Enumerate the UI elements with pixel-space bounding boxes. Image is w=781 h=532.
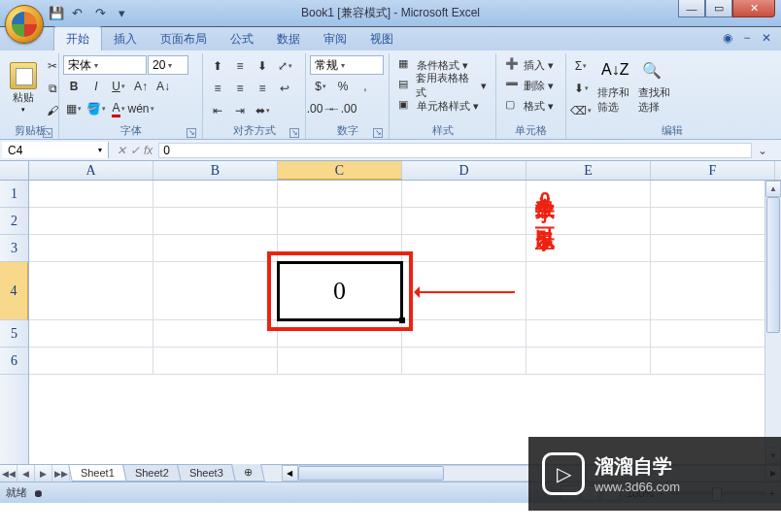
border-button[interactable]: ▦▾ [63,98,85,119]
format-cells[interactable]: ▢格式 ▾ [500,96,561,116]
vscroll-thumb[interactable] [766,197,780,333]
colhdr-A[interactable]: A [29,161,153,180]
fill-color[interactable]: 🪣▾ [85,98,107,119]
fx-button[interactable]: fx [144,144,153,157]
delete-cells[interactable]: ➖删除 ▾ [500,76,561,95]
workbook-close[interactable]: ✕ [760,31,773,45]
colhdr-B[interactable]: B [153,161,278,180]
colhdr-E[interactable]: E [526,161,651,180]
cell-F5[interactable] [651,320,775,348]
sheet-nav-first[interactable]: ◀◀ [0,465,17,482]
italic-button[interactable]: I [85,76,107,97]
clear-button[interactable]: ⌫▾ [570,100,592,121]
qat-more[interactable]: ▾ [119,6,134,21]
sheet-tab-1[interactable]: Sheet1 [68,465,126,482]
sheet-new[interactable]: ⊕ [231,464,265,482]
cell-B4[interactable] [153,262,278,320]
formula-input[interactable]: 0 [158,143,752,158]
rowhdr-2[interactable]: 2 [0,208,28,235]
cell-F3[interactable] [651,235,775,262]
scroll-left[interactable]: ◀ [282,465,298,482]
close-button[interactable]: ✕ [732,0,775,17]
align-bottom[interactable]: ⬇ [252,55,273,77]
cell-B6[interactable] [153,348,278,375]
paste-button[interactable]: 粘贴 ▾ [7,55,40,119]
rowhdr-3[interactable]: 3 [0,235,28,262]
number-launcher[interactable]: ↘ [373,128,383,138]
sheet-nav-prev[interactable]: ◀ [17,465,35,482]
cell-D5[interactable] [402,320,526,348]
cell-B2[interactable] [153,208,278,235]
cell-C4[interactable]: 0 [278,262,402,320]
sheet-nav-next[interactable]: ▶ [35,465,52,482]
cell-F6[interactable] [651,348,775,375]
qat-undo[interactable]: ↶ [72,6,87,21]
align-right[interactable]: ≡ [252,78,273,99]
cell-A4[interactable] [29,262,153,320]
font-size-combo[interactable]: 20▾ [148,55,188,75]
font-launcher[interactable]: ↘ [187,128,196,138]
dec-indent[interactable]: ⇤ [207,100,228,121]
cell-B1[interactable] [153,181,278,208]
office-button[interactable] [5,5,44,44]
tab-review[interactable]: 审阅 [312,27,358,50]
sort-filter[interactable]: A↓Z 排序和 筛选 [594,55,632,119]
rowhdr-5[interactable]: 5 [0,320,28,348]
align-center[interactable]: ≡ [229,78,251,99]
qat-save[interactable]: 💾 [49,6,64,21]
underline-button[interactable]: U▾ [108,76,129,97]
cell-B3[interactable] [153,235,278,262]
enter-formula[interactable]: ✓ [130,144,140,157]
help-icon[interactable]: ◉ [721,31,734,45]
cell-styles[interactable]: ▣单元格样式 ▾ [393,96,492,116]
tab-data[interactable]: 数据 [265,27,312,50]
align-top[interactable]: ⬆ [207,55,228,77]
font-name-combo[interactable]: 宋体▾ [63,55,147,75]
cell-E3[interactable] [526,235,651,262]
format-as-table[interactable]: ▤套用表格格式 ▾ [393,76,492,95]
inc-indent[interactable]: ⇥ [229,100,251,121]
orientation[interactable]: ⤢▾ [274,55,295,77]
tab-formulas[interactable]: 公式 [219,27,265,50]
shrink-font[interactable]: A↓ [153,76,174,97]
rowhdr-6[interactable]: 6 [0,348,28,375]
cell-E6[interactable] [526,348,651,375]
comma-button[interactable]: , [355,76,376,97]
percent-button[interactable]: % [332,76,354,97]
cell-E5[interactable] [526,320,651,348]
hscroll-thumb[interactable] [298,466,444,481]
select-all-corner[interactable] [0,161,29,180]
align-middle[interactable]: ≡ [229,55,251,77]
clipboard-launcher[interactable]: ↘ [43,128,52,138]
cancel-formula[interactable]: ✕ [117,144,126,157]
tab-pagelayout[interactable]: 页面布局 [149,27,219,50]
autosum[interactable]: Σ▾ [570,55,592,77]
cell-A2[interactable] [29,208,153,235]
cell-C3[interactable] [278,235,402,262]
cell-C1[interactable] [278,181,402,208]
sheet-tab-2[interactable]: Sheet2 [122,465,181,482]
cell-B5[interactable] [153,320,278,348]
grow-font[interactable]: A↑ [130,76,152,97]
cell-C6[interactable] [278,348,402,375]
cell-A3[interactable] [29,235,153,262]
fill-handle[interactable] [399,317,405,323]
cell-D3[interactable] [402,235,526,262]
sheet-tab-3[interactable]: Sheet3 [177,465,235,482]
cell-D2[interactable] [402,208,526,235]
sheet-nav-last[interactable]: ▶▶ [52,465,70,482]
cell-C2[interactable] [278,208,402,235]
dec-decimal[interactable]: ←.00 [332,98,354,119]
qat-redo[interactable]: ↷ [95,6,111,21]
macro-record-icon[interactable]: ⏺ [33,487,44,499]
tab-home[interactable]: 开始 [53,26,102,50]
rowhdr-4[interactable]: 4 [0,262,28,320]
merge-center[interactable]: ⬌▾ [252,100,273,121]
cell-A6[interactable] [29,348,153,375]
find-select[interactable]: 🔍 查找和 选择 [634,55,673,119]
colhdr-D[interactable]: D [402,161,526,180]
cell-E4[interactable] [526,262,651,320]
ribbon-minimize[interactable]: − [740,31,754,45]
insert-cells[interactable]: ➕插入 ▾ [500,55,561,75]
wrap-text[interactable]: ↩ [274,78,295,99]
